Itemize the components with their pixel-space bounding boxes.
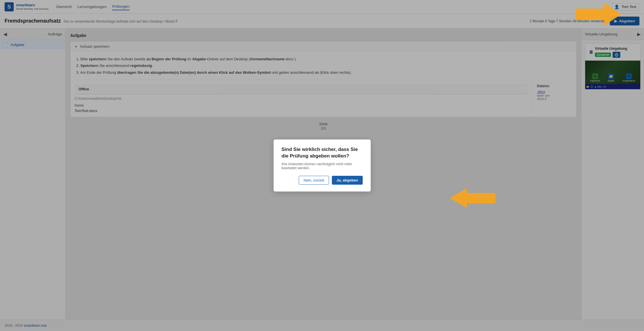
modal-cancel-button[interactable]: Nein, zurück — [299, 176, 329, 185]
modal-actions: Nein, zurück Ja, abgeben — [282, 176, 363, 185]
modal-confirm-button[interactable]: Ja, abgeben — [332, 176, 362, 185]
modal-body: Ihre Antworten können nachträglich nicht… — [282, 162, 363, 170]
modal-title: Sind Sie wirklich sicher, dass Sie die P… — [282, 146, 363, 159]
modal-box: Sind Sie wirklich sicher, dass Sie die P… — [274, 139, 371, 191]
modal-overlay: Sind Sie wirklich sicher, dass Sie die P… — [0, 0, 644, 331]
